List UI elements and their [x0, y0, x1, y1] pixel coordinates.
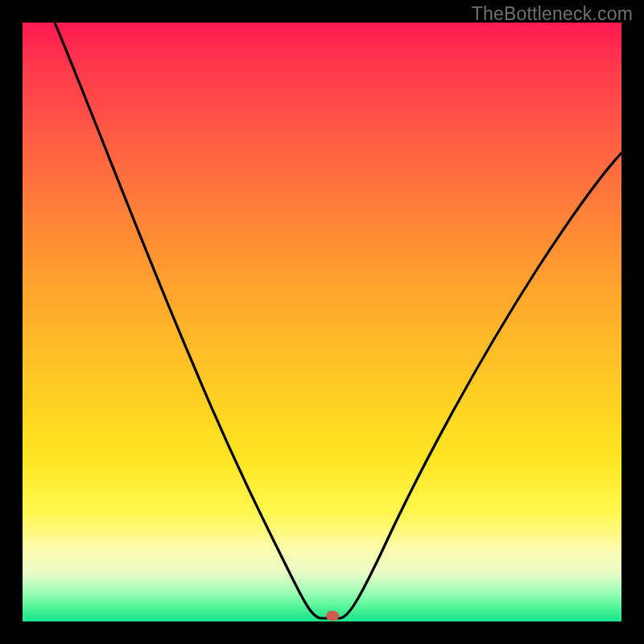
chart-frame: TheBottleneck.com [0, 0, 644, 644]
bottleneck-curve-path [55, 23, 621, 618]
plot-area [23, 23, 621, 621]
bottleneck-curve-svg [23, 23, 621, 621]
watermark-text: TheBottleneck.com [472, 3, 633, 25]
optimal-marker [326, 611, 339, 621]
